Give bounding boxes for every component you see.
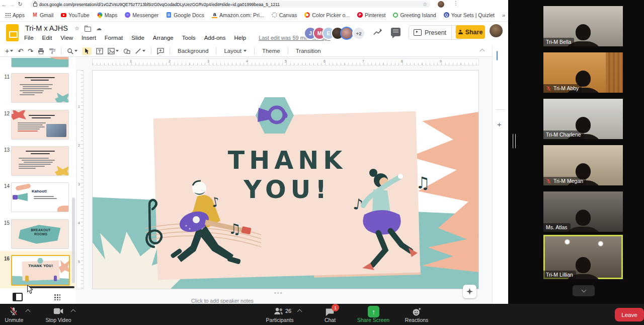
background-button[interactable]: Background xyxy=(176,48,210,54)
explore-button[interactable] xyxy=(463,285,476,298)
slide-thumbnail-15[interactable]: BREAKOUT ROOMS xyxy=(11,219,69,249)
leave-button[interactable]: Leave xyxy=(615,308,644,321)
slide-thumbnail-14[interactable]: Kahoot! xyxy=(11,182,69,212)
bookmark-google-docs[interactable]: Google Docs xyxy=(166,12,204,18)
star-doc-icon[interactable]: ☆ xyxy=(74,25,79,32)
menu-tools[interactable]: Tools xyxy=(182,35,196,41)
participants-icon[interactable] xyxy=(273,307,284,315)
menu-slide[interactable]: Slide xyxy=(131,35,144,41)
reactions-button[interactable]: Reactions xyxy=(397,317,436,323)
share-screen-button[interactable]: Share Screen xyxy=(350,317,396,323)
kebab-menu-icon[interactable]: ⋮ xyxy=(453,1,458,6)
line-tool[interactable] xyxy=(135,48,145,54)
reload-icon[interactable]: ↻ xyxy=(16,1,24,8)
video-tile-atlas[interactable]: Ms. Atlas xyxy=(543,191,623,232)
collaborator-avatar-presenting[interactable] xyxy=(340,27,353,40)
bookmark-pinterest[interactable]: PPinterest xyxy=(357,12,385,18)
unmute-mic-icon[interactable] xyxy=(9,306,18,315)
bookmark-canvas[interactable]: Canvas xyxy=(272,12,297,18)
video-tile-abby[interactable]: Tri-M Abby xyxy=(543,52,623,93)
url-bar[interactable]: docs.google.com/presentation/d/1vGZVsU9Q… xyxy=(30,1,430,8)
slide-thumbnail-11[interactable] xyxy=(11,73,69,103)
bookmarks-overflow-icon[interactable]: » xyxy=(502,12,505,18)
forward-icon[interactable]: → xyxy=(8,2,16,8)
participants-options-chevron[interactable] xyxy=(297,309,302,314)
new-slide-button[interactable]: + xyxy=(5,47,13,55)
bookmark-gmail[interactable]: MGmail xyxy=(32,12,53,18)
redo-button[interactable]: ↷ xyxy=(28,47,33,55)
menu-file[interactable]: File xyxy=(24,35,34,41)
video-tile-bella[interactable]: Tri-M Bella xyxy=(543,6,623,46)
layout-button[interactable]: Layout xyxy=(222,48,249,54)
zoom-tool[interactable] xyxy=(67,48,77,54)
bookmark-amazon[interactable]: aAmazon.com: Pri... xyxy=(212,12,264,18)
calendar-icon[interactable] xyxy=(497,51,498,60)
stop-video-button[interactable]: Stop Video xyxy=(39,317,77,323)
slide-editor[interactable]: THANK YOU! xyxy=(92,70,479,289)
move-folder-icon[interactable] xyxy=(85,27,91,32)
menu-insert[interactable]: Insert xyxy=(82,35,96,41)
filmstrip-scrollbar[interactable] xyxy=(72,198,75,283)
present-button[interactable]: Present xyxy=(409,25,462,40)
menu-help[interactable]: Help xyxy=(234,35,246,41)
activity-icon[interactable] xyxy=(373,28,383,37)
menu-format[interactable]: Format xyxy=(105,35,123,41)
unmute-button[interactable]: Unmute xyxy=(0,317,28,323)
participant-name: Ms. Atlas xyxy=(543,223,571,232)
print-button[interactable] xyxy=(38,48,44,54)
more-participants-button[interactable] xyxy=(573,285,595,296)
slides-app-icon[interactable] xyxy=(6,24,19,41)
back-icon[interactable]: ← xyxy=(0,2,8,8)
menu-view[interactable]: View xyxy=(60,35,73,41)
undo-button[interactable]: ↶ xyxy=(18,47,23,55)
menu-edit[interactable]: Edit xyxy=(42,35,52,41)
bookmark-apps[interactable]: Apps xyxy=(5,12,25,18)
share-button[interactable]: Share xyxy=(456,25,485,39)
bookmark-messenger[interactable]: Messenger xyxy=(125,12,158,18)
textbox-tool[interactable] xyxy=(96,48,103,54)
add-addon-icon[interactable]: + xyxy=(497,120,502,128)
menu-addons[interactable]: Add-ons xyxy=(204,35,226,41)
image-tool[interactable] xyxy=(108,48,119,54)
bookmark-star-icon[interactable]: ☆ xyxy=(423,2,427,7)
collaborator-overflow[interactable]: +2 xyxy=(352,27,365,40)
collapse-toolbar-icon[interactable] xyxy=(480,48,484,54)
participants-button[interactable]: Participants xyxy=(259,317,300,323)
bookmark-maps[interactable]: Maps xyxy=(97,12,118,18)
menu-arrange[interactable]: Arrange xyxy=(153,35,174,41)
slide-thumbnail-partial[interactable] xyxy=(11,57,69,68)
stop-video-icon[interactable] xyxy=(53,307,63,315)
slide-thumbnail-12[interactable] xyxy=(11,110,69,140)
comment-add-tool[interactable] xyxy=(157,48,164,54)
reactions-icon[interactable] xyxy=(412,307,422,317)
comment-history-icon[interactable] xyxy=(391,28,400,36)
video-options-chevron[interactable] xyxy=(71,309,76,314)
filmstrip-scroll-indicator[interactable] xyxy=(28,286,74,288)
bookmark-youtube[interactable]: YouTube xyxy=(61,12,89,18)
bookmark-greeting-island[interactable]: Greeting Island xyxy=(393,12,436,18)
document-title[interactable]: Tri-M x AJHS xyxy=(25,24,68,32)
paint-format-button[interactable] xyxy=(49,48,55,54)
share-screen-icon[interactable]: ↑ xyxy=(368,306,379,317)
messenger-icon xyxy=(125,12,130,18)
bookmark-color-picker[interactable]: Color Picker o... xyxy=(304,12,350,18)
filmstrip-view-icon[interactable] xyxy=(13,293,23,301)
video-tile-charlene[interactable]: Tri-M Charlene xyxy=(543,99,623,139)
notes-splitter-handle[interactable]: ••• xyxy=(274,290,283,296)
account-avatar[interactable] xyxy=(490,24,503,37)
shape-tool[interactable] xyxy=(123,48,130,54)
bookmark-quizlet[interactable]: QYour Sets | Quizlet xyxy=(444,12,495,18)
select-tool-active[interactable] xyxy=(82,47,92,55)
theme-button[interactable]: Theme xyxy=(260,48,282,54)
grid-view-icon[interactable] xyxy=(54,294,60,300)
slide-thumbnail-13[interactable] xyxy=(11,146,69,176)
panel-resize-handle[interactable] xyxy=(513,134,516,148)
video-tile-lillian-active-speaker[interactable]: Tri-M Lillian xyxy=(543,235,623,279)
chat-button[interactable]: Chat xyxy=(317,317,343,323)
transition-button[interactable]: Transition xyxy=(294,48,323,54)
browser-profile-avatar[interactable] xyxy=(438,1,444,8)
video-tile-megan[interactable]: Tri-M Megan xyxy=(543,145,623,185)
slide-thumbnail-16-selected[interactable]: THANK YOU! xyxy=(11,255,70,286)
speaker-notes-placeholder[interactable]: Click to add speaker notes xyxy=(191,298,254,303)
audio-options-chevron[interactable] xyxy=(26,309,31,314)
